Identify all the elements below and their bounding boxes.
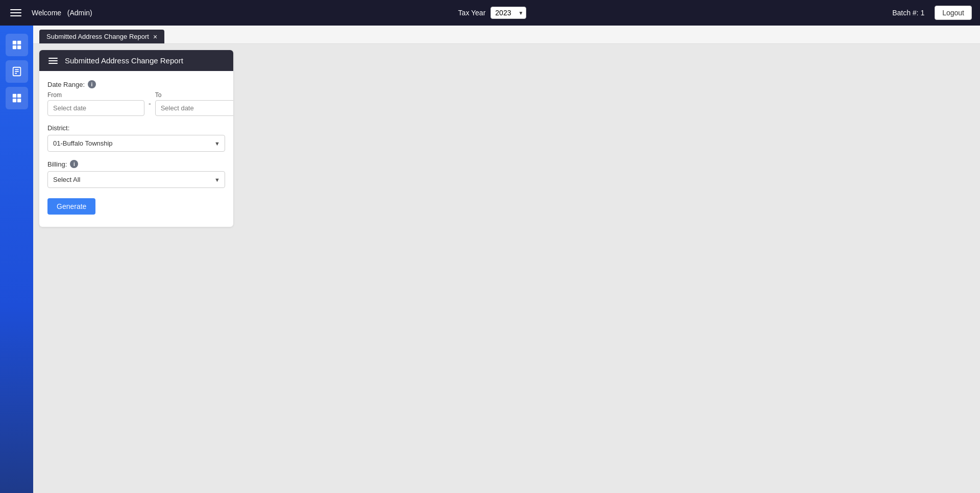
nav-right: Batch #: 1 Logout [892,6,972,20]
nav-left: Welcome (Admin) [8,7,92,18]
welcome-text: Welcome (Admin) [32,9,92,17]
svg-rect-3 [17,45,20,49]
district-group: District: 01-Buffalo Township 02-Adams T… [47,124,225,152]
date-separator: - [149,100,151,108]
sidebar-button-1[interactable] [6,34,28,56]
tab-label: Submitted Address Change Report [46,33,149,40]
billing-select-wrapper: Select All Option 1 Option 2 ▼ [47,171,225,188]
content-area [33,233,980,493]
sidebar-icon-2 [11,66,22,77]
admin-label: (Admin) [67,9,92,17]
svg-rect-10 [12,99,16,102]
nav-center: Tax Year 2023 2022 2021 2024 ▼ [458,7,527,19]
date-range-text: Date Range: [47,81,85,88]
date-range-group: Date Range: i From - To [47,80,225,116]
hamburger-button[interactable] [8,7,23,18]
billing-label: Billing: i [47,160,225,168]
billing-group: Billing: i Select All Option 1 Option 2 … [47,160,225,188]
billing-info-icon: i [70,160,78,168]
svg-rect-2 [12,45,16,49]
tax-year-select[interactable]: 2023 2022 2021 2024 [491,7,526,19]
sidebar-button-2[interactable] [6,60,28,83]
sidebar [0,26,33,493]
from-date-input[interactable] [47,100,144,116]
date-range-info-icon: i [88,80,96,88]
to-date-input[interactable] [155,100,233,116]
tax-year-wrapper: 2023 2022 2021 2024 ▼ [491,7,526,19]
svg-rect-8 [12,94,16,98]
tax-year-label: Tax Year [458,9,486,17]
to-label: To [155,91,233,99]
sidebar-icon-1 [11,39,22,51]
district-select[interactable]: 01-Buffalo Township 02-Adams Township 03… [47,135,225,152]
date-range-row: From - To [47,91,225,116]
district-label-text: District: [47,124,69,132]
main-content: Submitted Address Change Report × Submit… [33,26,980,493]
active-tab[interactable]: Submitted Address Change Report × [39,30,164,43]
generate-button[interactable]: Generate [47,198,95,215]
panel-header: Submitted Address Change Report [39,50,233,71]
top-nav: Welcome (Admin) Tax Year 2023 2022 2021 … [0,0,980,26]
batch-label: Batch #: 1 [892,9,924,17]
from-field-wrapper: From [47,91,144,116]
district-select-wrapper: 01-Buffalo Township 02-Adams Township 03… [47,135,225,152]
svg-rect-11 [17,99,20,102]
to-field-wrapper: To [155,91,233,116]
panel-menu-button[interactable] [47,57,59,65]
logout-button[interactable]: Logout [935,6,972,20]
form-panel: Submitted Address Change Report Date Ran… [39,50,233,227]
billing-label-text: Billing: [47,160,67,168]
welcome-label: Welcome [32,9,61,17]
tab-bar: Submitted Address Change Report × [33,26,980,44]
svg-rect-0 [12,41,16,44]
billing-select[interactable]: Select All Option 1 Option 2 [47,171,225,188]
from-label: From [47,91,144,99]
sidebar-icon-3 [11,92,22,104]
svg-rect-1 [17,41,20,44]
panel-title: Submitted Address Change Report [65,56,183,65]
tab-close-button[interactable]: × [153,33,157,40]
form-body: Date Range: i From - To [39,71,233,227]
date-range-label: Date Range: i [47,80,225,88]
svg-rect-9 [17,94,20,98]
sidebar-button-3[interactable] [6,87,28,109]
district-label: District: [47,124,225,132]
